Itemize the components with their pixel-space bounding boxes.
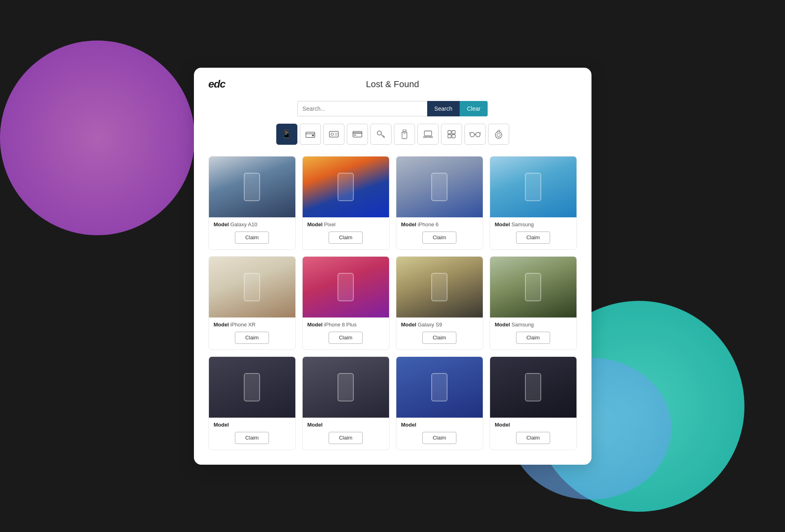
- model-label: Model: [495, 322, 510, 328]
- item-meta: Model iPhone 8 Plus: [303, 317, 389, 330]
- claim-button[interactable]: Claim: [235, 332, 269, 344]
- item-image: [396, 257, 483, 317]
- item-image: [303, 257, 389, 317]
- filter-ring[interactable]: [488, 124, 509, 145]
- phone-indicator: [525, 273, 541, 301]
- filter-key[interactable]: [370, 124, 391, 145]
- claim-button[interactable]: Claim: [422, 432, 456, 444]
- model-value: Pixel: [324, 221, 336, 227]
- filter-phone[interactable]: 📱: [276, 124, 297, 145]
- claim-button[interactable]: Claim: [516, 332, 550, 344]
- item-card: Model Claim: [302, 356, 389, 450]
- filter-id-card[interactable]: [323, 124, 344, 145]
- claim-button[interactable]: Claim: [422, 232, 456, 244]
- svg-line-11: [383, 135, 384, 136]
- svg-point-24: [497, 133, 500, 137]
- logo: edc: [209, 78, 226, 90]
- model-value: Samsung: [512, 322, 534, 328]
- search-input[interactable]: [297, 101, 427, 116]
- claim-button[interactable]: Claim: [329, 432, 362, 444]
- item-image: [490, 257, 576, 317]
- filter-row: 📱: [209, 124, 577, 145]
- claim-button[interactable]: Claim: [516, 232, 550, 244]
- phone-indicator: [525, 173, 541, 201]
- model-value: Galaxy S9: [418, 322, 442, 328]
- filter-laptop[interactable]: [417, 124, 439, 145]
- item-meta: Model: [490, 418, 576, 430]
- filter-grid[interactable]: [441, 124, 462, 145]
- filter-bottle[interactable]: [394, 124, 415, 145]
- claim-button[interactable]: Claim: [329, 332, 362, 344]
- item-image: [490, 357, 576, 418]
- item-card: Model SamsungClaim: [490, 156, 577, 250]
- model-value: iPhone 6: [418, 221, 439, 227]
- item-image: [396, 157, 483, 217]
- model-value: iPhone XR: [230, 322, 256, 328]
- bg-blob-purple: [0, 41, 195, 235]
- claim-button[interactable]: Claim: [329, 232, 362, 244]
- phone-indicator: [338, 273, 354, 301]
- item-card: Model Claim: [490, 356, 577, 450]
- svg-rect-19: [448, 135, 451, 138]
- item-card: Model Claim: [396, 356, 483, 450]
- model-label: Model: [214, 422, 229, 428]
- model-label: Model: [214, 221, 229, 227]
- item-card: Model Galaxy S9Claim: [396, 256, 483, 350]
- claim-button[interactable]: Claim: [235, 432, 269, 444]
- claim-button[interactable]: Claim: [516, 432, 550, 444]
- item-meta: Model Galaxy A10: [209, 217, 295, 230]
- model-label: Model: [495, 422, 510, 428]
- item-image: [209, 257, 295, 317]
- filter-wallet[interactable]: [300, 124, 321, 145]
- item-card: Model SamsungClaim: [490, 256, 577, 350]
- svg-point-21: [470, 132, 474, 137]
- filter-card[interactable]: [347, 124, 368, 145]
- items-grid: Model Galaxy A10ClaimModel PixelClaimMod…: [209, 156, 577, 450]
- item-card: Model iPhone 8 PlusClaim: [302, 256, 389, 350]
- item-image: [209, 157, 295, 217]
- header: edc Lost & Found: [209, 79, 577, 90]
- clear-button[interactable]: Clear: [460, 101, 488, 116]
- model-value: Galaxy A10: [230, 221, 258, 227]
- svg-rect-8: [354, 135, 356, 135]
- svg-point-22: [475, 132, 480, 137]
- item-image: [303, 357, 389, 418]
- svg-rect-6: [353, 131, 362, 137]
- svg-rect-17: [448, 131, 451, 134]
- item-meta: Model: [209, 418, 295, 430]
- svg-rect-15: [424, 131, 432, 136]
- phone-indicator: [431, 373, 447, 401]
- item-image: [396, 357, 483, 418]
- phone-indicator: [525, 373, 541, 401]
- claim-button[interactable]: Claim: [422, 332, 456, 344]
- item-meta: Model Galaxy S9: [396, 317, 483, 330]
- item-meta: Model Pixel: [303, 217, 389, 230]
- item-image: [303, 157, 389, 217]
- svg-point-3: [331, 133, 333, 135]
- model-label: Model: [308, 322, 323, 328]
- search-row: Search Clear: [209, 101, 577, 116]
- item-card: Model iPhone 6Claim: [396, 156, 483, 250]
- svg-rect-1: [312, 135, 314, 136]
- claim-button[interactable]: Claim: [235, 232, 269, 244]
- item-meta: Model iPhone 6: [396, 217, 483, 230]
- svg-rect-18: [452, 131, 455, 134]
- model-label: Model: [214, 322, 229, 328]
- phone-indicator: [431, 273, 447, 301]
- model-value: iPhone 8 Plus: [324, 322, 357, 328]
- item-image: [490, 157, 576, 217]
- model-label: Model: [401, 221, 417, 227]
- search-button[interactable]: Search: [427, 101, 460, 116]
- model-label: Model: [401, 322, 417, 328]
- model-value: Samsung: [512, 221, 534, 227]
- model-label: Model: [401, 422, 417, 428]
- phone-indicator: [338, 373, 354, 401]
- svg-line-12: [384, 136, 385, 137]
- filter-glasses[interactable]: [465, 124, 486, 145]
- model-label: Model: [308, 221, 323, 227]
- page-title: Lost & Found: [366, 79, 419, 90]
- item-meta: Model iPhone XR: [209, 317, 295, 330]
- phone-indicator: [244, 273, 260, 301]
- main-card: edc Lost & Found Search Clear 📱: [194, 68, 591, 465]
- item-card: Model iPhone XRClaim: [209, 256, 296, 350]
